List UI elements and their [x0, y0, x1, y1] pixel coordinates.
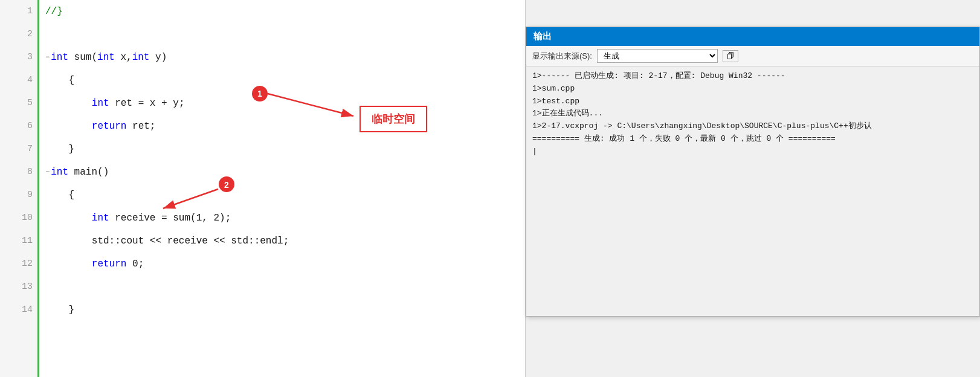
output-cursor-line	[532, 146, 973, 158]
plain-receive-assign: receive = sum(1, 2);	[109, 207, 231, 230]
output-titlebar: 输出	[526, 27, 979, 46]
code-editor: 1 2 3 4 5 6 7 8 9 10 11 12 13 14 //} −	[0, 0, 526, 377]
plain-main: main()	[68, 161, 109, 184]
indent-14	[45, 298, 68, 321]
brace-close-main: }	[68, 298, 74, 321]
indent-11	[45, 230, 92, 253]
brace-close-sum: }	[68, 138, 74, 161]
indent-9	[45, 184, 68, 207]
copy-button[interactable]: 🗍	[723, 50, 738, 62]
brace-open-sum: {	[45, 69, 74, 92]
line-gutter: 1 2 3 4 5 6 7 8 9 10 11 12 13 14	[0, 0, 39, 377]
output-line-1: 1>------ 已启动生成: 项目: 2-17，配置: Debug Win32…	[532, 70, 973, 83]
plain-ret-val: ret;	[126, 115, 155, 138]
line-6: 6	[0, 115, 33, 138]
line-13: 13	[0, 276, 33, 298]
plus-op: +	[155, 92, 173, 115]
kw-int-x: int	[97, 46, 115, 69]
line-3: 3	[0, 46, 33, 69]
indent-7	[45, 138, 68, 161]
var-x: x	[150, 92, 156, 115]
code-line-4: {	[45, 69, 525, 92]
line-2: 2	[0, 23, 33, 46]
code-line-11: std::cout << receive << std::endl;	[45, 230, 525, 253]
line-1: 1	[0, 0, 33, 23]
line-5: 5	[0, 92, 33, 115]
indent-5	[45, 92, 92, 115]
code-line-8: − int main()	[45, 161, 525, 184]
output-panel: 输出 显示输出来源(S): 生成 🗍 1>------ 已启动生成: 项目: 2…	[526, 27, 980, 317]
right-panel-wrapper: 输出 显示输出来源(S): 生成 🗍 1>------ 已启动生成: 项目: 2…	[526, 0, 980, 377]
output-toolbar: 显示输出来源(S): 生成 🗍	[526, 46, 979, 66]
source-select[interactable]: 生成	[597, 49, 718, 63]
code-line-5: int ret = x + y ;	[45, 92, 525, 115]
collapse-icon-sum[interactable]: −	[45, 46, 50, 69]
line-11: 11	[0, 230, 33, 253]
code-line-9: {	[45, 184, 525, 207]
code-line-10: int receive = sum(1, 2);	[45, 207, 525, 230]
code-line-14: }	[45, 298, 525, 321]
kw-int-main: int	[51, 161, 68, 184]
code-line-7: }	[45, 138, 525, 161]
code-line-2	[45, 23, 525, 46]
line-7: 7	[0, 138, 33, 161]
output-line-2: 1>sum.cpp	[532, 83, 973, 95]
indent-10	[45, 207, 92, 230]
kw-return-0: return	[92, 253, 127, 276]
semi-5: ;	[179, 92, 185, 115]
line-14: 14	[0, 298, 33, 321]
output-line-4: 1>正在生成代码...	[532, 108, 973, 120]
kw-return-ret: return	[92, 115, 127, 138]
kw-int-sum: int	[51, 46, 68, 69]
plain-ret-assign: ret =	[109, 92, 150, 115]
line-10: 10	[0, 207, 33, 230]
var-y: y	[173, 92, 179, 115]
code-line-12: return 0;	[45, 253, 525, 276]
line-8: 8	[0, 161, 33, 184]
code-line-1: //}	[45, 0, 525, 23]
comment-text: //}	[45, 0, 63, 23]
line-4: 4	[0, 69, 33, 92]
indent-6	[45, 115, 92, 138]
indent-12	[45, 253, 92, 276]
brace-open-main: {	[68, 184, 74, 207]
output-line-3: 1>test.cpp	[532, 95, 973, 108]
kw-int-ret: int	[92, 92, 109, 115]
output-line-5: 1>2-17.vcxproj -> C:\Users\zhangxing\Des…	[532, 120, 973, 133]
code-line-3: − int sum( int x, int y)	[45, 46, 525, 69]
output-title: 输出	[534, 31, 552, 41]
code-line-13	[45, 276, 525, 298]
plain-y: y)	[149, 46, 167, 69]
output-line-6: ========== 生成: 成功 1 个，失败 0 个，最新 0 个，跳过 0…	[532, 133, 973, 146]
source-label: 显示输出来源(S):	[532, 51, 592, 62]
kw-int-receive: int	[92, 207, 109, 230]
code-line-6: return ret;	[45, 115, 525, 138]
plain-0: 0;	[126, 253, 144, 276]
collapse-icon-main[interactable]: −	[45, 161, 50, 184]
line-9: 9	[0, 184, 33, 207]
kw-int-y: int	[132, 46, 150, 69]
plain-x: x,	[115, 46, 132, 69]
output-content[interactable]: 1>------ 已启动生成: 项目: 2-17，配置: Debug Win32…	[526, 66, 979, 313]
plain-sum: sum(	[68, 46, 97, 69]
cout-line: std::cout << receive << std::endl;	[92, 230, 289, 253]
line-12: 12	[0, 253, 33, 276]
code-content[interactable]: //} − int sum( int x, int y) {	[39, 0, 525, 377]
